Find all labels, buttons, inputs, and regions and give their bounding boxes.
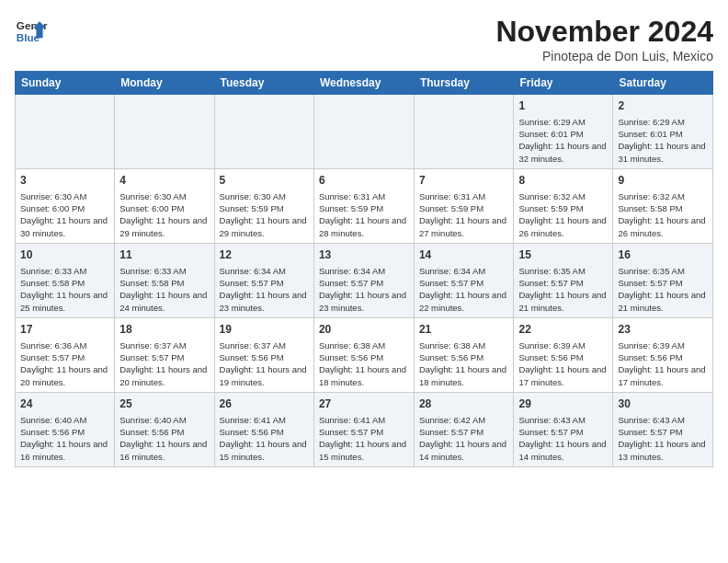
title-block: November 2024 Pinotepa de Don Luis, Mexi… bbox=[495, 15, 713, 63]
day-info: Sunrise: 6:33 AM Sunset: 5:58 PM Dayligh… bbox=[20, 265, 109, 314]
day-number: 9 bbox=[618, 173, 708, 189]
calendar-table: SundayMondayTuesdayWednesdayThursdayFrid… bbox=[15, 71, 713, 467]
calendar-cell: 13Sunrise: 6:34 AM Sunset: 5:57 PM Dayli… bbox=[313, 243, 414, 317]
day-info: Sunrise: 6:33 AM Sunset: 5:58 PM Dayligh… bbox=[119, 265, 209, 314]
day-info: Sunrise: 6:43 AM Sunset: 5:57 PM Dayligh… bbox=[518, 414, 608, 463]
day-number: 20 bbox=[319, 322, 409, 338]
day-number: 6 bbox=[319, 173, 409, 189]
day-number: 2 bbox=[618, 98, 708, 114]
calendar-cell: 11Sunrise: 6:33 AM Sunset: 5:58 PM Dayli… bbox=[115, 243, 214, 317]
weekday-header: Sunday bbox=[16, 72, 115, 95]
calendar-cell: 8Sunrise: 6:32 AM Sunset: 5:59 PM Daylig… bbox=[514, 168, 613, 243]
weekday-header: Wednesday bbox=[313, 72, 414, 95]
day-number: 7 bbox=[419, 173, 509, 189]
day-info: Sunrise: 6:42 AM Sunset: 5:57 PM Dayligh… bbox=[419, 414, 509, 463]
calendar-week-row: 17Sunrise: 6:36 AM Sunset: 5:57 PM Dayli… bbox=[16, 317, 713, 392]
day-number: 12 bbox=[220, 247, 309, 263]
day-number: 11 bbox=[119, 247, 209, 263]
weekday-header: Saturday bbox=[613, 72, 713, 95]
header: General Blue November 2024 Pinotepa de D… bbox=[15, 15, 713, 63]
day-number: 8 bbox=[518, 173, 608, 189]
day-info: Sunrise: 6:34 AM Sunset: 5:57 PM Dayligh… bbox=[220, 265, 309, 314]
day-number: 10 bbox=[20, 247, 109, 263]
calendar-cell: 24Sunrise: 6:40 AM Sunset: 5:56 PM Dayli… bbox=[16, 392, 115, 466]
weekday-header: Tuesday bbox=[214, 72, 313, 95]
day-number: 18 bbox=[119, 322, 209, 338]
calendar-body: 1Sunrise: 6:29 AM Sunset: 6:01 PM Daylig… bbox=[16, 95, 713, 467]
day-number: 26 bbox=[220, 396, 309, 412]
calendar-cell: 30Sunrise: 6:43 AM Sunset: 5:57 PM Dayli… bbox=[613, 392, 713, 466]
day-number: 5 bbox=[220, 173, 309, 189]
logo: General Blue bbox=[15, 15, 48, 48]
calendar-header: SundayMondayTuesdayWednesdayThursdayFrid… bbox=[16, 72, 713, 95]
day-info: Sunrise: 6:37 AM Sunset: 5:57 PM Dayligh… bbox=[119, 339, 209, 388]
day-info: Sunrise: 6:38 AM Sunset: 5:56 PM Dayligh… bbox=[319, 339, 409, 388]
calendar-cell: 21Sunrise: 6:38 AM Sunset: 5:56 PM Dayli… bbox=[414, 317, 514, 392]
calendar-cell bbox=[214, 95, 313, 169]
calendar-cell: 17Sunrise: 6:36 AM Sunset: 5:57 PM Dayli… bbox=[16, 317, 115, 392]
day-number: 13 bbox=[319, 247, 409, 263]
day-info: Sunrise: 6:39 AM Sunset: 5:56 PM Dayligh… bbox=[618, 339, 708, 388]
day-info: Sunrise: 6:41 AM Sunset: 5:57 PM Dayligh… bbox=[319, 414, 409, 463]
calendar-cell: 6Sunrise: 6:31 AM Sunset: 5:59 PM Daylig… bbox=[313, 168, 414, 243]
day-info: Sunrise: 6:29 AM Sunset: 6:01 PM Dayligh… bbox=[518, 116, 608, 165]
day-number: 4 bbox=[119, 173, 209, 189]
day-info: Sunrise: 6:31 AM Sunset: 5:59 PM Dayligh… bbox=[319, 190, 409, 239]
calendar-week-row: 1Sunrise: 6:29 AM Sunset: 6:01 PM Daylig… bbox=[16, 95, 713, 169]
day-info: Sunrise: 6:37 AM Sunset: 5:56 PM Dayligh… bbox=[220, 339, 309, 388]
calendar-cell bbox=[414, 95, 514, 169]
calendar-cell: 10Sunrise: 6:33 AM Sunset: 5:58 PM Dayli… bbox=[16, 243, 115, 317]
day-info: Sunrise: 6:34 AM Sunset: 5:57 PM Dayligh… bbox=[419, 265, 509, 314]
calendar-cell: 14Sunrise: 6:34 AM Sunset: 5:57 PM Dayli… bbox=[414, 243, 514, 317]
weekday-header: Thursday bbox=[414, 72, 514, 95]
day-info: Sunrise: 6:38 AM Sunset: 5:56 PM Dayligh… bbox=[419, 339, 509, 388]
day-number: 27 bbox=[319, 396, 409, 412]
calendar-cell: 5Sunrise: 6:30 AM Sunset: 5:59 PM Daylig… bbox=[214, 168, 313, 243]
page-subtitle: Pinotepa de Don Luis, Mexico bbox=[495, 49, 713, 63]
calendar-cell: 15Sunrise: 6:35 AM Sunset: 5:57 PM Dayli… bbox=[514, 243, 613, 317]
calendar-cell: 2Sunrise: 6:29 AM Sunset: 6:01 PM Daylig… bbox=[613, 95, 713, 169]
day-number: 25 bbox=[119, 396, 209, 412]
day-number: 24 bbox=[20, 396, 109, 412]
day-number: 21 bbox=[419, 322, 509, 338]
logo-icon: General Blue bbox=[15, 15, 48, 48]
day-info: Sunrise: 6:36 AM Sunset: 5:57 PM Dayligh… bbox=[20, 339, 109, 388]
calendar-cell: 22Sunrise: 6:39 AM Sunset: 5:56 PM Dayli… bbox=[514, 317, 613, 392]
day-info: Sunrise: 6:35 AM Sunset: 5:57 PM Dayligh… bbox=[618, 265, 708, 314]
day-info: Sunrise: 6:29 AM Sunset: 6:01 PM Dayligh… bbox=[618, 116, 708, 165]
day-info: Sunrise: 6:31 AM Sunset: 5:59 PM Dayligh… bbox=[419, 190, 509, 239]
calendar-cell: 18Sunrise: 6:37 AM Sunset: 5:57 PM Dayli… bbox=[115, 317, 214, 392]
calendar-week-row: 24Sunrise: 6:40 AM Sunset: 5:56 PM Dayli… bbox=[16, 392, 713, 466]
day-info: Sunrise: 6:40 AM Sunset: 5:56 PM Dayligh… bbox=[119, 414, 209, 463]
calendar-cell: 12Sunrise: 6:34 AM Sunset: 5:57 PM Dayli… bbox=[214, 243, 313, 317]
day-number: 29 bbox=[518, 396, 608, 412]
day-info: Sunrise: 6:35 AM Sunset: 5:57 PM Dayligh… bbox=[518, 265, 608, 314]
day-info: Sunrise: 6:30 AM Sunset: 6:00 PM Dayligh… bbox=[119, 190, 209, 239]
calendar-cell bbox=[16, 95, 115, 169]
weekday-header: Monday bbox=[115, 72, 214, 95]
page-title: November 2024 bbox=[495, 15, 713, 49]
calendar-cell: 29Sunrise: 6:43 AM Sunset: 5:57 PM Dayli… bbox=[514, 392, 613, 466]
calendar-cell: 26Sunrise: 6:41 AM Sunset: 5:56 PM Dayli… bbox=[214, 392, 313, 466]
day-number: 16 bbox=[618, 247, 708, 263]
day-number: 17 bbox=[20, 322, 109, 338]
day-info: Sunrise: 6:34 AM Sunset: 5:57 PM Dayligh… bbox=[319, 265, 409, 314]
day-info: Sunrise: 6:40 AM Sunset: 5:56 PM Dayligh… bbox=[20, 414, 109, 463]
calendar-cell bbox=[313, 95, 414, 169]
day-info: Sunrise: 6:41 AM Sunset: 5:56 PM Dayligh… bbox=[220, 414, 309, 463]
day-number: 28 bbox=[419, 396, 509, 412]
day-number: 15 bbox=[518, 247, 608, 263]
day-info: Sunrise: 6:30 AM Sunset: 6:00 PM Dayligh… bbox=[20, 190, 109, 239]
calendar-cell: 4Sunrise: 6:30 AM Sunset: 6:00 PM Daylig… bbox=[115, 168, 214, 243]
calendar-week-row: 10Sunrise: 6:33 AM Sunset: 5:58 PM Dayli… bbox=[16, 243, 713, 317]
day-number: 14 bbox=[419, 247, 509, 263]
calendar-cell: 23Sunrise: 6:39 AM Sunset: 5:56 PM Dayli… bbox=[613, 317, 713, 392]
day-number: 30 bbox=[618, 396, 708, 412]
calendar-cell: 1Sunrise: 6:29 AM Sunset: 6:01 PM Daylig… bbox=[514, 95, 613, 169]
calendar-cell: 3Sunrise: 6:30 AM Sunset: 6:00 PM Daylig… bbox=[16, 168, 115, 243]
calendar-cell: 9Sunrise: 6:32 AM Sunset: 5:58 PM Daylig… bbox=[613, 168, 713, 243]
day-number: 19 bbox=[220, 322, 309, 338]
calendar-cell: 20Sunrise: 6:38 AM Sunset: 5:56 PM Dayli… bbox=[313, 317, 414, 392]
day-info: Sunrise: 6:39 AM Sunset: 5:56 PM Dayligh… bbox=[518, 339, 608, 388]
day-number: 1 bbox=[518, 98, 608, 114]
